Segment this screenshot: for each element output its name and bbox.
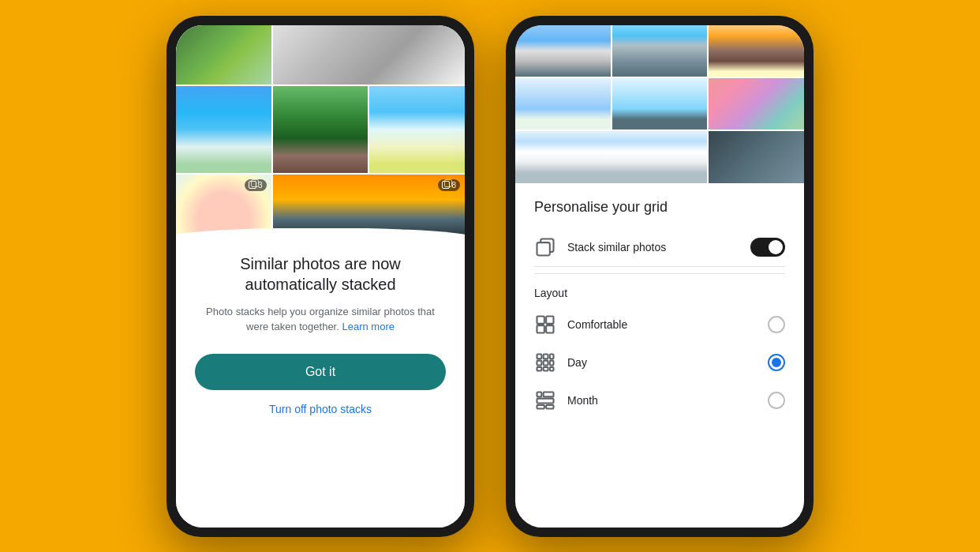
- stack-icon: [534, 236, 556, 258]
- layout-day-row[interactable]: Day: [534, 344, 785, 381]
- svg-rect-18: [546, 404, 553, 408]
- day-label: Day: [567, 356, 768, 369]
- photo-palms[interactable]: [273, 86, 368, 173]
- day-icon: [534, 351, 556, 374]
- svg-rect-0: [537, 242, 550, 255]
- pg2-mountains2[interactable]: [612, 25, 708, 77]
- layout-month-row[interactable]: Month: [534, 381, 785, 419]
- svg-rect-3: [537, 325, 544, 332]
- svg-rect-14: [537, 392, 542, 396]
- stack-setting-row[interactable]: Stack similar photos: [534, 228, 785, 267]
- photo-beach2[interactable]: [369, 86, 465, 173]
- phone-1: 3 8 Similar photos are now automatically…: [166, 16, 474, 537]
- svg-rect-15: [544, 392, 554, 396]
- phone-2: Personalise your grid Stack similar phot…: [506, 16, 814, 537]
- stack-badge-3: 3: [245, 179, 267, 191]
- photo-grass[interactable]: [176, 25, 271, 84]
- photo-grid-2: [515, 25, 804, 183]
- panel-title: Personalise your grid: [534, 199, 785, 216]
- svg-rect-11: [537, 366, 542, 370]
- turn-off-button[interactable]: Turn off photo stacks: [195, 403, 446, 415]
- month-icon: [534, 389, 556, 411]
- svg-rect-8: [537, 360, 542, 365]
- stack-label: Stack similar photos: [567, 241, 750, 253]
- divider: [534, 273, 785, 274]
- comfortable-icon: [534, 314, 556, 336]
- photo-cat[interactable]: [273, 25, 465, 84]
- phone-2-screen: Personalise your grid Stack similar phot…: [515, 25, 804, 528]
- photo-clouds[interactable]: 8: [273, 175, 465, 238]
- photo-beach1[interactable]: [176, 86, 271, 173]
- month-radio[interactable]: [768, 392, 785, 409]
- sheet-description: Photo stacks help you organize similar p…: [195, 304, 446, 335]
- sheet-title: Similar photos are now automatically sta…: [195, 253, 446, 295]
- svg-rect-17: [537, 404, 544, 408]
- pg2-skier[interactable]: [515, 78, 611, 130]
- day-radio[interactable]: [768, 354, 785, 371]
- comfortable-label: Comfortable: [567, 318, 768, 331]
- svg-rect-7: [550, 354, 554, 359]
- comfortable-radio[interactable]: [768, 316, 785, 333]
- svg-rect-13: [550, 366, 554, 370]
- layout-comfortable-row[interactable]: Comfortable: [534, 306, 785, 344]
- learn-more-link[interactable]: Learn more: [342, 321, 394, 332]
- svg-rect-5: [537, 354, 542, 359]
- personalise-panel: Personalise your grid Stack similar phot…: [515, 183, 804, 528]
- layout-label: Layout: [534, 287, 785, 299]
- svg-rect-16: [537, 398, 554, 403]
- phone-1-screen: 3 8 Similar photos are now automatically…: [176, 25, 465, 528]
- svg-rect-10: [550, 360, 554, 365]
- svg-rect-4: [546, 325, 553, 332]
- pg2-stripes[interactable]: [709, 78, 804, 130]
- month-label: Month: [567, 394, 768, 407]
- photo-grid-1: 3 8: [176, 25, 465, 238]
- svg-rect-2: [546, 316, 553, 323]
- stack-toggle[interactable]: [750, 238, 785, 257]
- pg2-mountains1[interactable]: [515, 25, 611, 77]
- notification-sheet: Similar photos are now automatically sta…: [176, 238, 465, 528]
- phones-container: 3 8 Similar photos are now automatically…: [166, 16, 814, 537]
- stack-badge-8: 8: [438, 179, 460, 191]
- photo-woman[interactable]: 3: [176, 175, 271, 238]
- pg2-snow-wide[interactable]: [515, 131, 707, 182]
- svg-rect-12: [544, 366, 548, 370]
- svg-rect-9: [544, 360, 548, 365]
- got-it-button[interactable]: Got it: [195, 354, 446, 390]
- pg2-chalet[interactable]: [709, 25, 804, 77]
- pg2-settings[interactable]: [709, 131, 804, 182]
- svg-rect-6: [544, 354, 548, 359]
- pg2-ski2[interactable]: [612, 78, 708, 130]
- svg-rect-1: [537, 316, 544, 323]
